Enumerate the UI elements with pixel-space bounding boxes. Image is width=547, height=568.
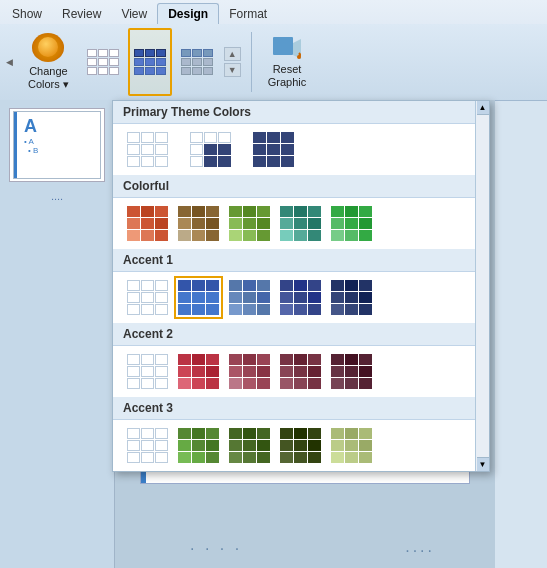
tab-view[interactable]: View <box>111 4 157 24</box>
ribbon-scroll-down[interactable]: ▼ <box>224 63 241 77</box>
slide-letter-thumb: A <box>18 116 96 137</box>
section-colorful-row <box>113 198 489 249</box>
accent2-style-3[interactable] <box>229 354 270 389</box>
bullet-thumb-1: • A <box>18 137 96 146</box>
section-accent1-row <box>113 272 489 323</box>
ribbon-left-arrow[interactable]: ◀ <box>6 57 13 67</box>
accent1-style-1[interactable] <box>127 280 168 315</box>
main-dots: . . . . <box>190 536 242 554</box>
slide-thumbnail[interactable]: A • A • B <box>9 108 105 182</box>
primary-style-1[interactable] <box>127 132 168 167</box>
accent1-style-3[interactable] <box>229 280 270 315</box>
accent3-style-5[interactable] <box>331 428 372 463</box>
accent3-style-1[interactable] <box>127 428 168 463</box>
tabs-row: Show Review View Design Format <box>0 0 547 24</box>
table-style-white[interactable] <box>87 49 119 75</box>
section-accent3-header: Accent 3 <box>113 397 489 420</box>
color-dropdown: Primary Theme Colors Colorful <box>112 100 490 472</box>
reset-graphic-button[interactable]: ResetGraphic <box>260 31 315 93</box>
table-style-medium[interactable] <box>181 49 213 75</box>
reset-graphic-icon <box>271 35 303 63</box>
slide-thumb-inner: A • A • B <box>13 111 101 179</box>
ribbon: Show Review View Design Format ◀ ChangeC… <box>0 0 547 101</box>
ribbon-scroll-arrows: ▲ ▼ <box>224 47 241 77</box>
accent1-style-2-selected[interactable] <box>178 280 219 315</box>
accent2-style-5[interactable] <box>331 354 372 389</box>
accent3-style-3[interactable] <box>229 428 270 463</box>
ribbon-content: ◀ ChangeColors ▾ <box>0 24 547 100</box>
colorful-style-5[interactable] <box>331 206 372 241</box>
colorful-style-3[interactable] <box>229 206 270 241</box>
tab-design[interactable]: Design <box>157 3 219 24</box>
change-colors-button[interactable]: ChangeColors ▾ <box>19 28 78 96</box>
table-style-group-1[interactable] <box>82 28 124 96</box>
change-colors-icon <box>32 33 64 62</box>
primary-style-2[interactable] <box>190 132 231 167</box>
section-colorful-header: Colorful <box>113 175 489 198</box>
section-accent2-header: Accent 2 <box>113 323 489 346</box>
ribbon-scroll-up[interactable]: ▲ <box>224 47 241 61</box>
slide-dots: .... <box>405 538 435 556</box>
change-colors-label: ChangeColors ▾ <box>28 65 69 91</box>
bullet-thumb-2: • B <box>18 146 96 155</box>
accent1-style-5[interactable] <box>331 280 372 315</box>
reset-graphic-label: ResetGraphic <box>268 63 307 89</box>
scroll-up-arrow[interactable]: ▲ <box>477 101 489 115</box>
accent2-style-1[interactable] <box>127 354 168 389</box>
slide-dots-bottom: .... <box>51 190 63 202</box>
color-circle-inner <box>38 37 58 57</box>
svg-point-1 <box>297 55 301 59</box>
colorful-style-2[interactable] <box>178 206 219 241</box>
accent3-style-4[interactable] <box>280 428 321 463</box>
dropdown-scrollbar[interactable]: ▲ ▼ <box>475 101 489 471</box>
primary-style-3[interactable] <box>253 132 294 167</box>
section-accent2-row <box>113 346 489 397</box>
table-style-group-selected[interactable] <box>128 28 172 96</box>
colorful-style-4[interactable] <box>280 206 321 241</box>
accent2-style-2[interactable] <box>178 354 219 389</box>
ribbon-separator <box>251 32 252 92</box>
slide-panel: A • A • B .... <box>0 100 115 568</box>
app-window: Show Review View Design Format ◀ ChangeC… <box>0 0 547 568</box>
tab-show[interactable]: Show <box>2 4 52 24</box>
section-primary-header: Primary Theme Colors <box>113 101 489 124</box>
accent1-style-4[interactable] <box>280 280 321 315</box>
svg-rect-0 <box>273 37 293 55</box>
slide-left-accent <box>14 112 17 178</box>
table-style-blue[interactable] <box>134 49 166 75</box>
section-primary-row <box>113 124 489 175</box>
accent2-style-4[interactable] <box>280 354 321 389</box>
scroll-down-arrow[interactable]: ▼ <box>477 457 489 471</box>
colorful-style-1[interactable] <box>127 206 168 241</box>
section-accent3-row <box>113 420 489 471</box>
tab-review[interactable]: Review <box>52 4 111 24</box>
accent3-style-2[interactable] <box>178 428 219 463</box>
table-style-group-3[interactable] <box>176 28 218 96</box>
section-accent1-header: Accent 1 <box>113 249 489 272</box>
ribbon-scroll-left: ◀ <box>6 57 13 67</box>
tab-format[interactable]: Format <box>219 4 277 24</box>
